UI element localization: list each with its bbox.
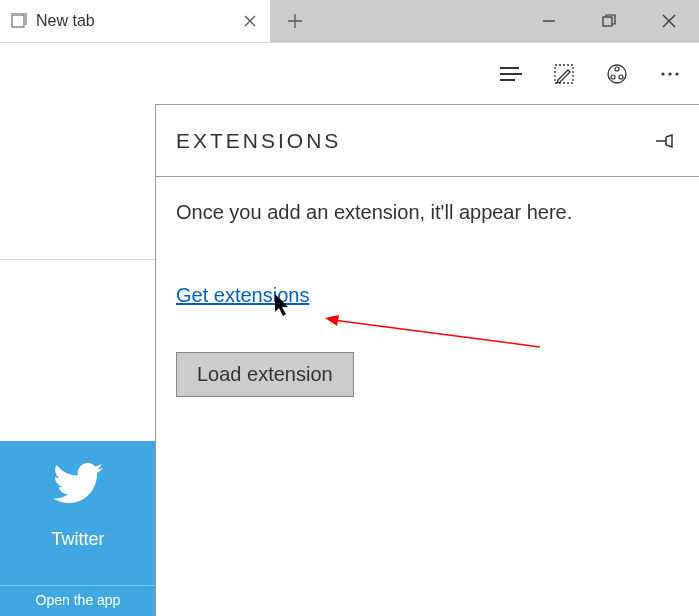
svg-point-12	[615, 67, 619, 71]
titlebar-area	[270, 0, 699, 42]
new-tab-button[interactable]	[270, 0, 320, 42]
svg-point-14	[668, 72, 671, 75]
web-note-icon[interactable]	[541, 51, 586, 96]
extensions-panel: EXTENSIONS Once you add an extension, it…	[155, 104, 699, 616]
twitter-tile[interactable]: Twitter Open the app	[0, 441, 156, 616]
panel-title: EXTENSIONS	[176, 129, 341, 153]
more-icon[interactable]	[647, 51, 692, 96]
svg-point-13	[661, 72, 664, 75]
share-icon[interactable]	[594, 51, 639, 96]
svg-rect-0	[12, 15, 24, 27]
tile-cta[interactable]: Open the app	[0, 585, 156, 616]
reading-view-icon[interactable]	[488, 51, 533, 96]
twitter-icon	[53, 463, 103, 509]
tab-title: New tab	[36, 12, 240, 30]
window-maximize-button[interactable]	[579, 0, 639, 42]
page-icon	[10, 12, 28, 30]
svg-point-9	[608, 65, 626, 83]
tab-close-button[interactable]	[240, 11, 260, 31]
get-extensions-link[interactable]: Get extensions	[176, 284, 309, 307]
browser-tab[interactable]: New tab	[0, 0, 270, 42]
svg-point-10	[611, 75, 615, 79]
load-extension-button[interactable]: Load extension	[176, 352, 354, 397]
empty-state-text: Once you add an extension, it'll appear …	[176, 201, 679, 224]
svg-point-11	[619, 75, 623, 79]
window-minimize-button[interactable]	[519, 0, 579, 42]
svg-rect-4	[603, 17, 612, 26]
separator	[0, 259, 155, 260]
window-close-button[interactable]	[639, 0, 699, 42]
tile-label: Twitter	[51, 529, 104, 550]
pin-icon[interactable]	[649, 126, 679, 156]
svg-point-15	[675, 72, 678, 75]
